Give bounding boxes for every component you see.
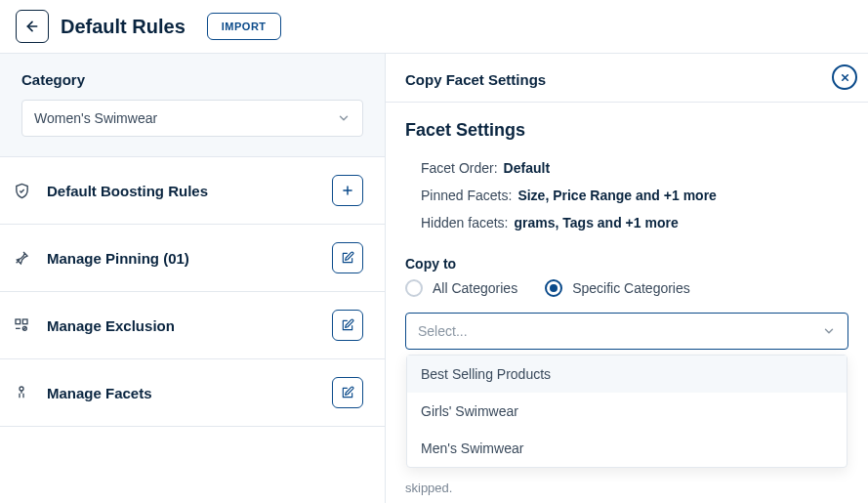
radio-icon xyxy=(545,279,562,297)
hidden-facets-value: grams, Tags and +1 more xyxy=(515,215,679,231)
edit-icon xyxy=(341,386,354,399)
pinned-facets-value: Size, Price Range and +1 more xyxy=(517,188,716,203)
import-button[interactable]: IMPORT xyxy=(207,13,281,40)
back-button[interactable] xyxy=(16,10,49,43)
edit-button[interactable] xyxy=(332,377,363,408)
section-label: Manage Pinning (01) xyxy=(47,250,318,267)
shield-icon xyxy=(10,179,33,202)
edit-icon xyxy=(341,251,354,265)
close-button[interactable] xyxy=(832,64,857,90)
page-title: Default Rules xyxy=(61,16,186,38)
edit-icon xyxy=(341,318,354,332)
copy-to-label: Copy to xyxy=(405,256,848,272)
close-icon xyxy=(840,72,850,83)
pin-icon xyxy=(10,246,33,270)
pinned-facets-key: Pinned Facets: xyxy=(421,188,512,203)
facet-order-value: Default xyxy=(504,160,550,176)
select-placeholder: Select... xyxy=(418,323,468,339)
facet-order-key: Facet Order: xyxy=(421,160,498,176)
svg-rect-5 xyxy=(22,319,27,324)
radio-icon xyxy=(405,279,423,297)
dropdown-option[interactable]: Men's Swimwear xyxy=(407,430,847,467)
arrow-left-icon xyxy=(24,19,40,34)
svg-rect-4 xyxy=(16,319,21,324)
radio-specific-categories[interactable]: Specific Categories xyxy=(545,279,690,297)
category-select[interactable]: Women's Swimwear xyxy=(21,100,363,137)
chevron-down-icon xyxy=(822,324,836,338)
section-facets[interactable]: Manage Facets xyxy=(0,359,385,427)
section-pinning[interactable]: Manage Pinning (01) xyxy=(0,225,385,292)
radio-label: Specific Categories xyxy=(572,280,690,296)
panel-title: Copy Facet Settings xyxy=(405,71,546,88)
category-dropdown: Best Selling Products Girls' Swimwear Me… xyxy=(406,355,847,468)
chevron-down-icon xyxy=(337,111,351,125)
section-label: Manage Facets xyxy=(47,385,318,401)
plus-icon xyxy=(341,184,354,197)
section-label: Default Boosting Rules xyxy=(47,183,318,199)
category-multiselect[interactable]: Select... Best Selling Products Girls' S… xyxy=(405,313,848,350)
section-label: Manage Exclusion xyxy=(47,317,318,334)
svg-line-8 xyxy=(23,327,26,330)
skipped-text: skipped. xyxy=(405,481,452,495)
facets-icon xyxy=(10,381,33,404)
dropdown-option[interactable]: Girls' Swimwear xyxy=(407,393,847,430)
edit-button[interactable] xyxy=(332,242,363,273)
dropdown-option[interactable]: Best Selling Products xyxy=(407,356,847,393)
exclusion-icon xyxy=(10,314,33,337)
category-value: Women's Swimwear xyxy=(34,110,157,126)
radio-all-categories[interactable]: All Categories xyxy=(405,279,517,297)
category-label: Category xyxy=(21,71,363,88)
section-exclusion[interactable]: Manage Exclusion xyxy=(0,292,385,359)
radio-label: All Categories xyxy=(433,280,517,296)
facet-settings-heading: Facet Settings xyxy=(405,120,848,141)
section-boosting[interactable]: Default Boosting Rules xyxy=(0,157,385,225)
add-button[interactable] xyxy=(332,175,363,206)
hidden-facets-key: Hidden facets: xyxy=(421,215,509,231)
svg-point-9 xyxy=(20,387,23,391)
edit-button[interactable] xyxy=(332,310,363,341)
